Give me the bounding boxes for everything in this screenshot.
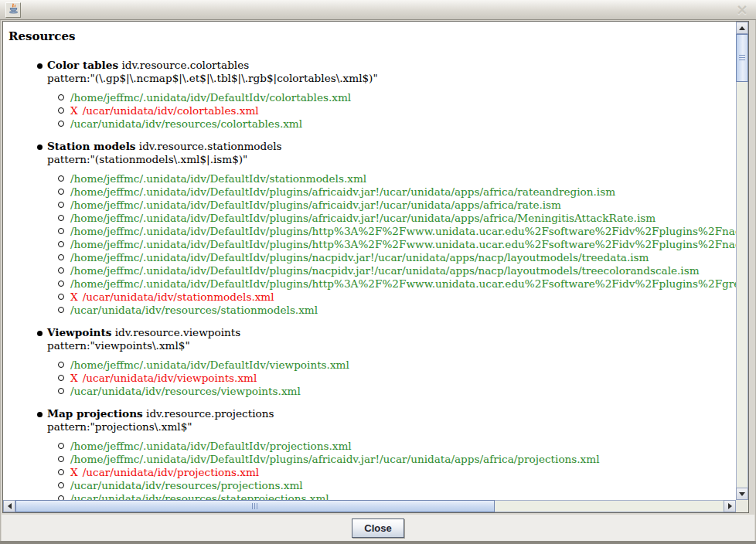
window-bottom-border — [0, 541, 756, 544]
resource-path-item: /ucar/unidata/idv/resources/colortables.… — [70, 117, 736, 131]
window-close-icon[interactable]: × — [733, 1, 751, 19]
arrow-down-icon — [739, 492, 745, 496]
resources-viewport: Resources Color tables idv.resource.colo… — [3, 22, 736, 500]
resource-section: Color tables idv.resource.colortablespat… — [47, 59, 736, 131]
resource-path: /home/jeffmc/.unidata/idv/DefaultIdv/plu… — [70, 212, 656, 224]
path-bullet-icon — [58, 94, 64, 100]
section-pattern: pattern:"projections\.xml$" — [47, 420, 736, 434]
path-bullet-icon — [58, 107, 64, 114]
resource-path-item: /home/jeffmc/.unidata/idv/DefaultIdv/plu… — [70, 199, 736, 212]
path-bullet-icon — [58, 362, 64, 368]
resource-path: /ucar/unidata/idv/projections.xml — [83, 466, 259, 478]
resource-path-item: /ucar/unidata/idv/resources/stationmodel… — [70, 304, 736, 317]
resource-path: /home/jeffmc/.unidata/idv/DefaultIdv/plu… — [70, 225, 736, 237]
scroll-up-button[interactable] — [736, 22, 748, 34]
resource-path: /ucar/unidata/idv/stationmodels.xml — [83, 291, 274, 303]
section-heading: Map projections idv.resource.projections — [47, 407, 736, 420]
resource-section: Station models idv.resource.stationmodel… — [47, 140, 736, 317]
path-bullet-icon — [58, 482, 64, 488]
path-bullet-icon — [58, 228, 64, 234]
resource-path: /ucar/unidata/idv/resources/colortables.… — [70, 117, 302, 130]
resource-path-list: /home/jeffmc/.unidata/idv/DefaultIdv/pro… — [47, 440, 736, 500]
path-bullet-icon — [58, 294, 64, 300]
resource-path-item: X/ucar/unidata/idv/viewpoints.xml — [70, 372, 736, 385]
resource-path: /home/jeffmc/.unidata/idv/DefaultIdv/col… — [70, 91, 351, 104]
section-name: Color tables — [47, 59, 118, 71]
scroll-right-button[interactable] — [724, 500, 736, 512]
resource-path-list: /home/jeffmc/.unidata/idv/DefaultIdv/vie… — [47, 359, 736, 398]
resource-path: /ucar/unidata/idv/resources/stateproject… — [70, 492, 329, 500]
section-resource-id: idv.resource.viewpoints — [115, 326, 241, 338]
path-bullet-icon — [58, 254, 64, 260]
section-bullet-icon — [37, 144, 43, 150]
scroll-left-button[interactable] — [3, 500, 15, 512]
resource-path-item: /home/jeffmc/.unidata/idv/DefaultIdv/pro… — [70, 440, 736, 453]
resource-path-list: /home/jeffmc/.unidata/idv/DefaultIdv/col… — [47, 91, 736, 131]
path-bullet-icon — [58, 469, 64, 475]
path-bullet-icon — [58, 175, 64, 182]
path-bullet-icon — [58, 241, 64, 247]
section-name: Map projections — [47, 407, 143, 420]
scrollbar-corner — [736, 500, 748, 512]
path-bullet-icon — [58, 121, 64, 127]
horizontal-scrollbar[interactable] — [3, 500, 736, 512]
resource-path: /home/jeffmc/.unidata/idv/DefaultIdv/plu… — [70, 264, 700, 277]
resource-path-item: /home/jeffmc/.unidata/idv/DefaultIdv/vie… — [70, 359, 736, 372]
resources-content: Resources Color tables idv.resource.colo… — [3, 22, 736, 500]
path-bullet-icon — [58, 267, 64, 274]
resource-path: /ucar/unidata/idv/resources/viewpoints.x… — [70, 385, 301, 397]
section-heading: Viewpoints idv.resource.viewpoints — [47, 326, 736, 339]
resource-path-item: /home/jeffmc/.unidata/idv/DefaultIdv/col… — [70, 91, 736, 104]
path-bullet-icon — [58, 189, 64, 195]
section-name: Station models — [47, 140, 135, 152]
resource-path-item: /ucar/unidata/idv/resources/viewpoints.x… — [70, 385, 736, 398]
section-pattern: pattern:"viewpoints\.xml$" — [47, 339, 736, 352]
resource-path: /home/jeffmc/.unidata/idv/DefaultIdv/pro… — [70, 440, 352, 452]
missing-marker: X — [70, 291, 78, 303]
arrow-up-icon — [739, 26, 745, 30]
resource-path-item: X/ucar/unidata/idv/stationmodels.xml — [70, 291, 736, 304]
section-name: Viewpoints — [47, 326, 111, 338]
resource-path: /ucar/unidata/idv/colortables.xml — [83, 104, 259, 117]
window-menu-button[interactable] — [5, 2, 21, 18]
resource-path: /home/jeffmc/.unidata/idv/DefaultIdv/plu… — [70, 453, 600, 465]
path-bullet-icon — [58, 215, 64, 221]
arrow-right-icon — [728, 503, 732, 509]
path-bullet-icon — [58, 388, 64, 394]
resource-path: /home/jeffmc/.unidata/idv/DefaultIdv/plu… — [70, 238, 736, 250]
path-bullet-icon — [58, 375, 64, 381]
section-resource-id: idv.resource.stationmodels — [139, 140, 282, 152]
resource-path: /home/jeffmc/.unidata/idv/DefaultIdv/plu… — [70, 199, 561, 211]
resource-path: /ucar/unidata/idv/resources/stationmodel… — [70, 304, 318, 316]
resource-path-item: X/ucar/unidata/idv/projections.xml — [70, 466, 736, 479]
window-titlebar[interactable]: × — [0, 0, 756, 20]
arrow-left-icon — [8, 503, 12, 509]
resource-path-item: /home/jeffmc/.unidata/idv/DefaultIdv/plu… — [70, 264, 736, 277]
section-pattern: pattern:"(\.gp$|\.ncmap$|\.et$|\.tbl$|\.… — [47, 72, 736, 85]
path-bullet-icon — [58, 443, 64, 449]
resource-path-item: /home/jeffmc/.unidata/idv/DefaultIdv/plu… — [70, 225, 736, 238]
resource-path-item: /ucar/unidata/idv/resources/stateproject… — [70, 492, 736, 500]
scroll-down-button[interactable] — [736, 488, 748, 500]
resource-path-list: /home/jeffmc/.unidata/idv/DefaultIdv/sta… — [47, 172, 736, 317]
section-resource-id: idv.resource.projections — [146, 407, 274, 420]
section-bullet-icon — [37, 63, 43, 69]
resource-path-item: /home/jeffmc/.unidata/idv/DefaultIdv/plu… — [70, 238, 736, 251]
resource-path: /ucar/unidata/idv/viewpoints.xml — [83, 372, 257, 384]
section-resource-id: idv.resource.colortables — [121, 59, 249, 71]
dialog-button-panel: Close — [2, 515, 754, 541]
resource-path-item: /ucar/unidata/idv/resources/projections.… — [70, 479, 736, 492]
vertical-scrollbar[interactable] — [736, 22, 748, 500]
section-bullet-icon — [37, 412, 43, 417]
resource-path: /home/jeffmc/.unidata/idv/DefaultIdv/plu… — [70, 185, 615, 198]
vertical-scrollbar-thumb[interactable] — [736, 34, 748, 82]
resource-path-item: /home/jeffmc/.unidata/idv/DefaultIdv/plu… — [70, 453, 736, 466]
horizontal-scrollbar-thumb[interactable] — [15, 500, 495, 512]
resource-path-item: /home/jeffmc/.unidata/idv/DefaultIdv/plu… — [70, 212, 736, 225]
resource-path: /home/jeffmc/.unidata/idv/DefaultIdv/vie… — [70, 359, 349, 371]
close-button[interactable]: Close — [352, 518, 404, 538]
path-bullet-icon — [58, 456, 64, 462]
resource-path-item: /home/jeffmc/.unidata/idv/DefaultIdv/plu… — [70, 185, 736, 199]
resources-scrollpane: Resources Color tables idv.resource.colo… — [2, 21, 749, 513]
vertical-scrollbar-track[interactable] — [736, 34, 748, 488]
